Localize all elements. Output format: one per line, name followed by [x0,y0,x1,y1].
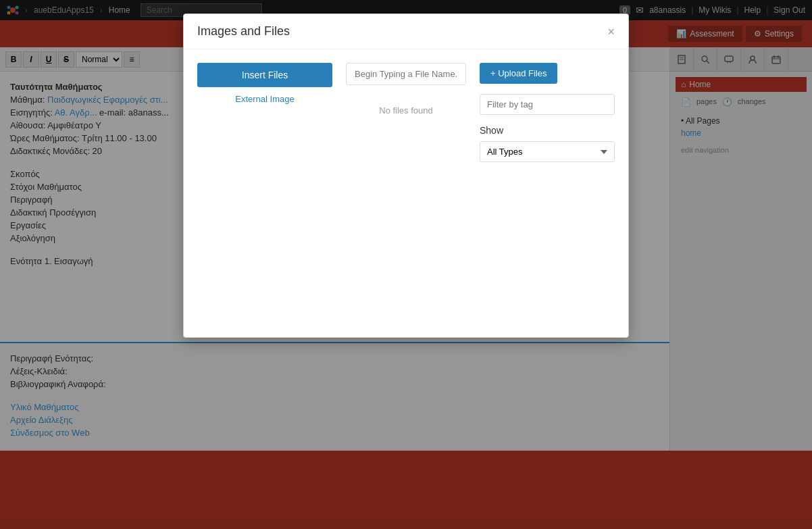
modal-overlay[interactable]: Images and Files × Insert Files External… [0,0,812,529]
external-image-link[interactable]: External Image [197,94,332,104]
modal-title: Images and Files [197,24,290,39]
upload-files-button[interactable]: + Upload Files [480,63,557,84]
insert-files-button[interactable]: Insert Files [197,63,332,87]
no-files-message: No files found [346,92,466,129]
show-type-select[interactable]: All Types [480,141,615,162]
modal-dialog: Images and Files × Insert Files External… [183,14,629,338]
filter-tag-input[interactable] [480,94,615,115]
file-search-input[interactable] [346,63,466,85]
modal-left-panel: Insert Files External Image [197,63,332,162]
modal-center-panel: No files found [346,63,466,162]
modal-close-button[interactable]: × [607,26,615,38]
modal-header: Images and Files × [184,14,628,49]
modal-body: Insert Files External Image No files fou… [184,49,628,176]
show-label: Show [480,125,615,136]
modal-right-panel: + Upload Files Show All Types [480,63,615,162]
